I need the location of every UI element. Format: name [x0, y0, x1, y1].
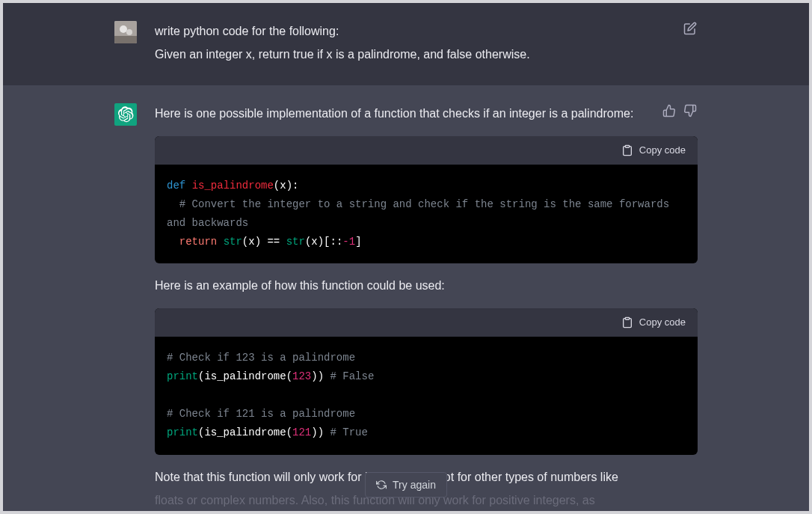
copy-code-button-1[interactable]: Copy code — [621, 142, 686, 159]
refresh-icon — [376, 480, 387, 490]
copy-code-button-2[interactable]: Copy code — [621, 314, 686, 331]
user-message-line1: write python code for the following: — [155, 21, 698, 41]
edit-icon[interactable] — [683, 21, 698, 36]
assistant-mid-text: Here is an example of how this function … — [155, 275, 698, 296]
assistant-avatar — [114, 103, 137, 126]
code-content-2: # Check if 123 is a palindrome print(is_… — [155, 337, 698, 455]
copy-code-label: Copy code — [639, 314, 686, 331]
code-block-2: Copy code # Check if 123 is a palindrome… — [155, 308, 698, 455]
user-message-line2: Given an integer x, return true if x is … — [155, 44, 698, 64]
code-header-2: Copy code — [155, 308, 698, 337]
user-message-content: write python code for the following: Giv… — [155, 21, 698, 67]
code-block-1: Copy code def is_palindrome(x): # Conver… — [155, 136, 698, 264]
code-header-1: Copy code — [155, 136, 698, 165]
try-again-label: Try again — [393, 479, 436, 491]
svg-point-1 — [120, 25, 127, 33]
assistant-message-content: Here is one possible implementation of a… — [155, 103, 698, 513]
svg-rect-3 — [114, 36, 137, 43]
clipboard-icon — [621, 316, 633, 328]
svg-rect-5 — [625, 317, 629, 319]
svg-rect-4 — [625, 145, 629, 147]
clipboard-icon — [621, 144, 633, 156]
assistant-intro: Here is one possible implementation of a… — [155, 103, 698, 123]
copy-code-label: Copy code — [639, 142, 686, 159]
user-message-row: write python code for the following: Giv… — [3, 3, 809, 85]
code-content-1: def is_palindrome(x): # Convert the inte… — [155, 165, 698, 264]
thumbs-down-icon[interactable] — [683, 103, 698, 118]
user-avatar — [114, 21, 137, 43]
svg-point-2 — [126, 29, 132, 35]
assistant-message-row: Here is one possible implementation of a… — [3, 85, 809, 514]
try-again-button[interactable]: Try again — [365, 472, 447, 498]
thumbs-up-icon[interactable] — [662, 103, 677, 118]
